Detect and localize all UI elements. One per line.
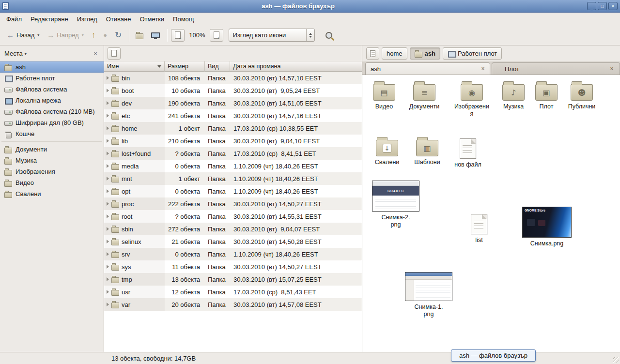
table-row[interactable]: home1 обектПапка17.03.2010 (ср) 10,38,55… <box>104 122 362 135</box>
tab-close-icon[interactable]: × <box>608 65 616 73</box>
expander-icon[interactable] <box>107 164 109 168</box>
sidebar-item[interactable]: Файлова система <box>0 84 104 95</box>
sidebar-item[interactable]: ash <box>0 61 104 73</box>
expander-icon[interactable] <box>107 126 109 130</box>
forward-button[interactable]: → Напред ▾ <box>44 29 87 41</box>
expander-icon[interactable] <box>107 114 109 118</box>
reload-button[interactable]: ↻ <box>111 29 125 42</box>
menu-item[interactable]: Отметки <box>135 13 169 25</box>
expander-icon[interactable] <box>107 303 109 306</box>
column-header[interactable]: Дата на промяна <box>230 61 362 72</box>
file-icon-item[interactable]: ▤Видео <box>365 81 403 110</box>
table-row[interactable]: mnt1 обектПапка1.10.2009 (чт) 18,40,26 E… <box>104 172 362 185</box>
expander-icon[interactable] <box>107 214 109 218</box>
table-row[interactable]: opt0 обектаПапка1.10.2009 (чт) 18,40,26 … <box>104 185 362 197</box>
titlebar[interactable]: ash — файлов браузър _ □ × <box>0 0 620 13</box>
table-row[interactable]: srv0 обектаПапка1.10.2009 (чт) 18,40,26 … <box>104 248 362 260</box>
path-root-button[interactable] <box>366 47 379 60</box>
file-icon-item[interactable]: list <box>460 212 498 244</box>
view-mode-select[interactable]: Изглед като икони <box>229 29 315 42</box>
sidebar-item[interactable]: Файлова система (210 MB) <box>0 106 104 117</box>
close-button[interactable]: × <box>608 2 618 10</box>
sidebar-item[interactable]: Изображения <box>0 166 104 177</box>
tab-close-icon[interactable]: × <box>479 65 487 73</box>
sidebar-item[interactable]: Свалени <box>0 188 104 199</box>
sidebar-item[interactable]: Работен плот <box>0 73 104 84</box>
search-button[interactable] <box>321 28 337 43</box>
file-icon-item[interactable]: GNOME StoreСнимка.png <box>522 207 572 247</box>
menu-item[interactable]: Файл <box>2 13 26 25</box>
home-button[interactable] <box>132 29 147 42</box>
table-row[interactable]: bin108 обектаПапка30.03.2010 (вт) 14,57,… <box>104 72 362 84</box>
table-row[interactable]: lib210 обектаПапка30.03.2010 (вт) 9,04,1… <box>104 135 362 147</box>
table-row[interactable]: root? обектаПапка30.03.2010 (вт) 14,55,3… <box>104 210 362 223</box>
zoom-out-button[interactable] <box>171 29 185 42</box>
expander-icon[interactable] <box>107 277 109 281</box>
expander-icon[interactable] <box>107 202 109 206</box>
tab-desktop[interactable]: Плот × <box>492 62 620 75</box>
table-row[interactable]: boot10 обектаПапка30.03.2010 (вт) 9,05,2… <box>104 84 362 97</box>
window-list-tooltip[interactable]: ash — файлов браузър <box>451 349 536 362</box>
menu-item[interactable]: Редактиране <box>26 13 73 25</box>
expander-icon[interactable] <box>107 139 109 143</box>
expander-icon[interactable] <box>107 177 109 181</box>
maximize-button[interactable]: □ <box>598 2 607 10</box>
table-row[interactable]: selinux21 обектаПапка30.03.2010 (вт) 14,… <box>104 235 362 248</box>
file-icon-item[interactable]: ☻Публични <box>562 81 601 110</box>
menu-item[interactable]: Отиване <box>102 13 136 25</box>
sidebar-item[interactable]: Музика <box>0 155 104 166</box>
zoom-in-button[interactable] <box>210 29 223 42</box>
table-row[interactable]: sbin272 обектаПапка30.03.2010 (вт) 9,04,… <box>104 223 362 235</box>
back-button[interactable]: ← Назад ▾ <box>3 29 43 41</box>
chevron-down-icon[interactable]: ▾ <box>25 52 27 56</box>
table-row[interactable]: dev190 обектаПапка30.03.2010 (вт) 14,51,… <box>104 97 362 109</box>
column-header[interactable]: Вид <box>205 61 230 72</box>
table-row[interactable]: usr12 обектаПапка17.03.2010 (ср) 8,51,43… <box>104 286 362 298</box>
expander-icon[interactable] <box>107 290 109 294</box>
sidebar-item[interactable]: Документи <box>0 144 104 155</box>
breadcrumb-home[interactable]: home <box>382 47 407 60</box>
menu-item[interactable]: Изглед <box>73 13 102 25</box>
breadcrumb-ash[interactable]: ash <box>410 47 440 60</box>
icon-view[interactable]: ▤Видео≡Документи◉Изображения♪Музика▣Плот… <box>362 75 620 352</box>
file-icon-item[interactable]: нов файл <box>449 136 487 168</box>
resize-grip[interactable] <box>613 357 619 363</box>
spinner-arrows-icon[interactable] <box>306 29 314 41</box>
file-icon-item[interactable]: ≡Документи <box>405 81 444 110</box>
expander-icon[interactable] <box>107 265 109 269</box>
table-row[interactable]: proc222 обектаПапка30.03.2010 (вт) 14,50… <box>104 197 362 210</box>
breadcrumb-desktop[interactable]: Работен плот <box>443 47 502 60</box>
file-icon-item[interactable]: ◉Изображения <box>452 81 491 118</box>
sidebar-item[interactable]: Кошче <box>0 128 104 139</box>
sidebar-item[interactable]: Видео <box>0 177 104 188</box>
minimize-button[interactable]: _ <box>587 2 596 10</box>
file-icon-item[interactable]: ▣Плот <box>527 81 566 110</box>
table-row[interactable]: etc241 обектаПапка30.03.2010 (вт) 14,57,… <box>104 109 362 122</box>
chevron-down-icon[interactable]: ▾ <box>37 33 39 37</box>
column-header[interactable]: Име <box>104 61 165 72</box>
sidebar-item[interactable]: Локална мрежа <box>0 95 104 106</box>
location-toggle-button[interactable] <box>108 47 121 60</box>
expander-icon[interactable] <box>107 240 109 243</box>
expander-icon[interactable] <box>107 101 109 105</box>
table-row[interactable]: tmp13 обектаПапка30.03.2010 (вт) 15,07,2… <box>104 273 362 286</box>
computer-button[interactable] <box>148 30 163 41</box>
up-button[interactable]: ↑ <box>88 29 99 42</box>
file-icon-item[interactable]: GUADECСнимка-2.png <box>372 181 420 228</box>
expander-icon[interactable] <box>107 76 109 80</box>
expander-icon[interactable] <box>107 252 109 256</box>
stop-button[interactable]: ● <box>100 30 110 41</box>
expander-icon[interactable] <box>107 227 109 231</box>
expander-icon[interactable] <box>107 152 109 155</box>
file-icon-item[interactable]: Снимка-1.png <box>404 272 453 318</box>
sidebar-title[interactable]: Места <box>4 50 23 57</box>
table-row[interactable]: sys11 обектаПапка30.03.2010 (вт) 14,50,2… <box>104 260 362 273</box>
file-icon-item[interactable]: ▥Шаблони <box>408 136 447 166</box>
sidebar-item[interactable]: Шифриран дял (80 GB) <box>0 117 104 128</box>
expander-icon[interactable] <box>107 189 109 193</box>
expander-icon[interactable] <box>107 89 109 92</box>
column-header[interactable]: Размер <box>165 61 205 72</box>
table-row[interactable]: lost+found? обектаПапка17.03.2010 (ср) 8… <box>104 147 362 160</box>
menu-item[interactable]: Помощ <box>169 13 198 25</box>
table-row[interactable]: media0 обектаПапка1.10.2009 (чт) 18,40,2… <box>104 160 362 172</box>
